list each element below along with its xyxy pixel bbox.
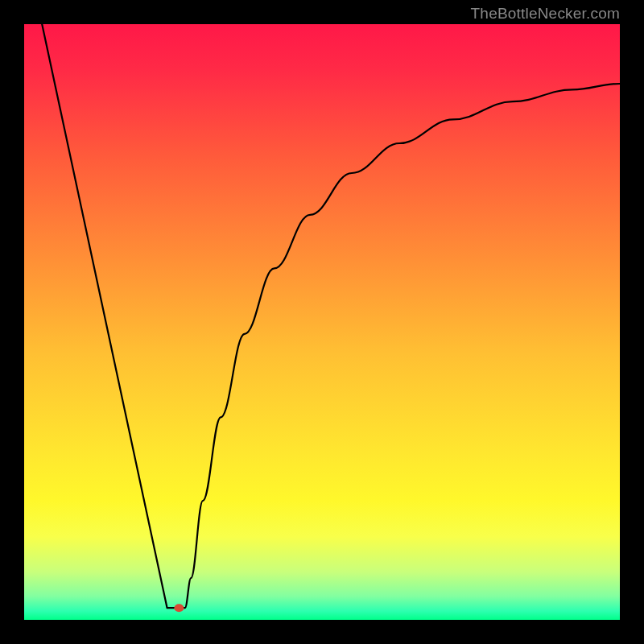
chart-svg [24, 24, 620, 620]
chart-frame: TheBottleNecker.com [0, 0, 644, 644]
plot-area [24, 24, 620, 620]
marker-dot [174, 604, 184, 612]
gradient-background [24, 24, 620, 620]
watermark-text: TheBottleNecker.com [471, 5, 620, 23]
